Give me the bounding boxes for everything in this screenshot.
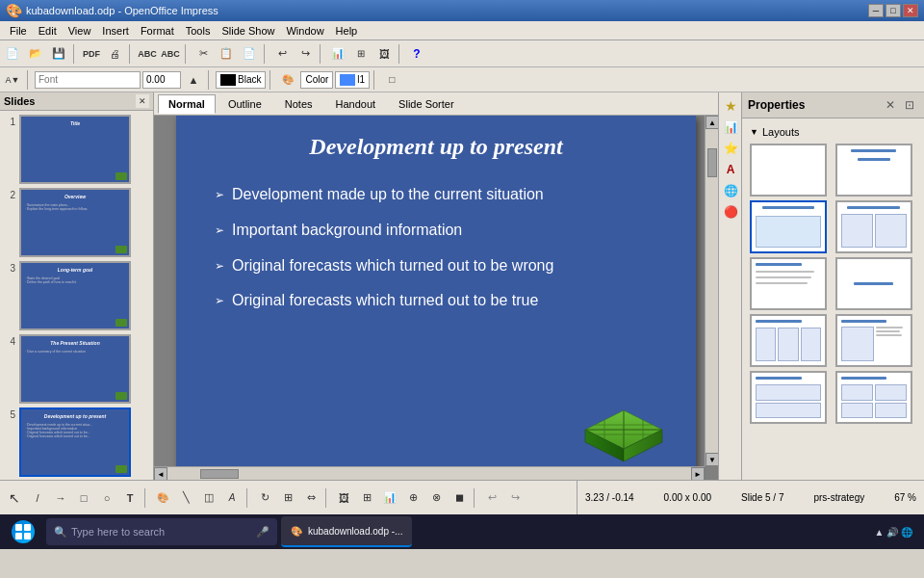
tab-slide-sorter[interactable]: Slide Sorter [388, 94, 464, 114]
slide-thumb-5[interactable]: 5 Development up to present · Developmen… [4, 407, 149, 477]
save-button[interactable]: 💾 [48, 43, 69, 65]
new-button[interactable]: 📄 [2, 43, 23, 65]
special3-tool[interactable]: ◼ [449, 487, 470, 509]
slide-thumb-4[interactable]: 4 The Present Situation · Give a summary… [4, 334, 149, 404]
slide-scrollbar-vertical[interactable]: ▲ ▼ [705, 116, 718, 466]
chart-button[interactable]: 📊 [327, 43, 348, 65]
font-name-input[interactable] [35, 71, 141, 89]
table-button[interactable]: ⊞ [350, 43, 372, 65]
slide-img-2[interactable]: Overview · Summarize the main plans...· … [19, 188, 131, 257]
side-icon-star[interactable]: ⭐ [721, 139, 740, 158]
special2-tool[interactable]: ⊗ [425, 487, 447, 509]
menu-view[interactable]: View [63, 23, 97, 39]
spellcheck2-button[interactable]: ABC [160, 43, 181, 65]
select-tool-button[interactable]: ↖ [4, 487, 25, 509]
line-color-tool[interactable]: ╲ [175, 487, 196, 509]
tab-outline[interactable]: Outline [218, 94, 272, 114]
layout-thumb-6[interactable] [835, 257, 912, 310]
slide-thumb-2[interactable]: 2 Overview · Summarize the main plans...… [4, 188, 149, 257]
layout-thumb-9[interactable] [750, 371, 827, 424]
shadow-button[interactable]: □ [381, 69, 402, 91]
side-icon-a[interactable]: A [721, 160, 740, 179]
fontwork-tool[interactable]: A [221, 487, 243, 509]
layout-thumb-10[interactable] [835, 371, 912, 424]
arrow-tool-button[interactable]: → [50, 487, 71, 509]
align-tool[interactable]: ⊞ [277, 487, 298, 509]
open-button[interactable]: 📂 [25, 43, 46, 65]
redo-tool[interactable]: ↪ [504, 487, 526, 509]
titlebar-controls[interactable]: ─ □ ✕ [868, 4, 918, 17]
scroll-up-button[interactable]: ▲ [706, 116, 718, 129]
fill-color-tool[interactable]: 🎨 [152, 487, 173, 509]
insert-table-tool[interactable]: ⊞ [356, 487, 377, 509]
layout-thumb-3[interactable] [750, 200, 827, 253]
print-button[interactable]: 🖨 [104, 43, 125, 65]
menu-edit[interactable]: Edit [33, 23, 63, 39]
close-button[interactable]: ✕ [903, 4, 918, 17]
color-mode-dropdown[interactable]: Color [300, 71, 333, 89]
cut-button[interactable]: ✂ [192, 43, 214, 65]
scroll-thumb-vertical[interactable] [707, 148, 717, 177]
slide-thumb-1[interactable]: 1 Title [4, 115, 149, 184]
undo-button[interactable]: ↩ [271, 43, 293, 65]
layout-thumb-4[interactable] [835, 200, 912, 253]
close-slides-panel-button[interactable]: ✕ [136, 94, 149, 108]
spellcheck-button[interactable]: ABC [137, 43, 158, 65]
font-color-button[interactable]: A▼ [2, 69, 23, 91]
layout-thumb-2[interactable] [835, 144, 912, 197]
tab-normal[interactable]: Normal [158, 94, 216, 114]
menu-tools[interactable]: Tools [180, 23, 217, 39]
special1-tool[interactable]: ⊕ [402, 487, 424, 509]
slide-scrollbar-horizontal[interactable]: ◄ ► [154, 466, 705, 480]
menu-file[interactable]: File [4, 23, 33, 39]
side-icon-chart[interactable]: 📊 [721, 118, 740, 137]
layouts-section-header[interactable]: ▼ Layouts [746, 124, 920, 140]
slide-img-5[interactable]: Development up to present · Development … [19, 407, 131, 477]
insert-chart-tool[interactable]: 📊 [379, 487, 400, 509]
layout-thumb-8[interactable] [835, 314, 912, 367]
side-icon-globe[interactable]: 🌐 [721, 181, 740, 200]
increase-font-button[interactable]: ▲ [183, 69, 204, 91]
scroll-track-vertical[interactable] [706, 129, 718, 453]
scroll-track-horizontal[interactable] [167, 467, 691, 480]
flip-tool[interactable]: ⇔ [300, 487, 321, 509]
slide-thumb-3[interactable]: 3 Long-term goal · State the desired goa… [4, 261, 149, 330]
side-icon-circle[interactable]: 🔴 [721, 202, 740, 222]
rect-tool-button[interactable]: □ [73, 487, 94, 509]
menu-help[interactable]: Help [330, 23, 364, 39]
side-icon-properties[interactable]: ★ [721, 96, 740, 116]
search-bar[interactable]: 🔍 Type here to search 🎤 [46, 518, 277, 545]
layout-thumb-5[interactable] [750, 257, 827, 310]
slide-canvas[interactable]: Development up to present ➢ Development … [176, 116, 696, 480]
tab-handout[interactable]: Handout [325, 94, 387, 114]
menu-slideshow[interactable]: Slide Show [216, 23, 280, 39]
menu-window[interactable]: Window [280, 23, 329, 39]
help-button[interactable]: ? [406, 43, 427, 65]
copy-button[interactable]: 📋 [216, 43, 237, 65]
scroll-right-button[interactable]: ► [691, 467, 705, 480]
rotate-tool[interactable]: ↻ [254, 487, 275, 509]
minimize-button[interactable]: ─ [868, 4, 884, 17]
layout-thumb-7[interactable] [750, 314, 827, 367]
tab-notes[interactable]: Notes [274, 94, 323, 114]
line-tool-button[interactable]: / [27, 487, 48, 509]
scroll-down-button[interactable]: ▼ [706, 453, 718, 466]
ellipse-tool-button[interactable]: ○ [96, 487, 117, 509]
props-close-button[interactable]: ✕ [882, 96, 899, 114]
redo-button[interactable]: ↪ [295, 43, 316, 65]
paste-button[interactable]: 📄 [239, 43, 260, 65]
taskbar-impress-app[interactable]: 🎨 kubadownload.odp -... [281, 516, 412, 547]
layout-thumb-1[interactable] [750, 144, 827, 197]
slides-list[interactable]: 1 Title 2 Overview · Summarize the main … [0, 111, 153, 480]
font-size-input[interactable] [142, 71, 181, 89]
pdf-button[interactable]: PDF [81, 43, 102, 65]
shadow-tool[interactable]: ◫ [198, 487, 219, 509]
text-tool-button[interactable]: T [119, 487, 141, 509]
menu-insert[interactable]: Insert [96, 23, 135, 39]
color-picker-button[interactable]: 🎨 [277, 69, 298, 91]
menu-format[interactable]: Format [135, 23, 180, 39]
scroll-left-button[interactable]: ◄ [154, 467, 167, 480]
slide-img-4[interactable]: The Present Situation · Give a summary o… [19, 334, 131, 404]
picture-button[interactable]: 🖼 [373, 43, 395, 65]
undo-tool[interactable]: ↩ [481, 487, 502, 509]
